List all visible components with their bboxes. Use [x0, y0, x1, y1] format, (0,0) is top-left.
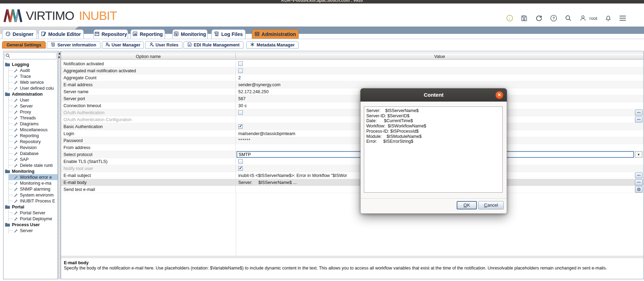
table-row-login[interactable]: Loginmailsender@classicbpmteam	[61, 130, 643, 137]
tree-item-system-environm[interactable]: System environm	[9, 192, 58, 198]
ellipsis-button[interactable]: ...	[635, 110, 643, 116]
tab-log-files[interactable]: Log Files	[211, 29, 246, 39]
save-icon[interactable]	[521, 14, 528, 22]
tree-folder-portal[interactable]: Portal	[5, 204, 58, 210]
brand-inubit: INUBIT	[79, 9, 117, 23]
tree-item-web-service[interactable]: Web service	[9, 79, 58, 85]
option-name: Aggregated mail notification activated	[61, 67, 236, 74]
tab-reporting[interactable]: Reporting	[130, 29, 165, 39]
tree-item-reporting[interactable]: Reporting	[9, 133, 58, 139]
column-header-value[interactable]: Value	[236, 53, 643, 59]
option-name: From address	[61, 144, 236, 151]
table-row-server-port[interactable]: Server port587	[61, 95, 643, 102]
user-icon[interactable]	[579, 14, 587, 22]
table-row-e-mail-subject[interactable]: E-mail subjectinubit-IS <$ISServerName$>…	[61, 172, 643, 179]
description-splitter[interactable]	[61, 256, 643, 258]
user-roles-icon	[149, 42, 154, 48]
tree-item-snmp-alarming[interactable]: SNMP alarming	[9, 186, 58, 192]
checked-checkbox[interactable]: ✓	[238, 124, 243, 129]
unchecked-checkbox[interactable]	[238, 68, 243, 73]
tree-item-user[interactable]: User	[9, 97, 58, 103]
subtab-user-manager[interactable]: User Manager	[102, 41, 144, 49]
subtab-user-roles[interactable]: User Roles	[145, 41, 182, 49]
tree-item-database[interactable]: Database	[9, 150, 58, 156]
tree-item-sap[interactable]: SAP	[9, 156, 58, 162]
cancel-button[interactable]: Cancel	[478, 201, 504, 209]
tree-item-revision[interactable]: Revision	[9, 145, 58, 150]
table-row-notify-root-user[interactable]: Notify root user✓	[61, 165, 643, 172]
table-row-basic-authentication[interactable]: Basic Authentication✓	[61, 123, 643, 130]
ellipsis-button[interactable]: ...	[635, 172, 643, 178]
subtab-metadata-manager[interactable]: Metadata Manager	[246, 41, 299, 49]
table-row-aggregate-count[interactable]: Aggregate Count2	[61, 74, 643, 81]
tree-item-monitoring-e-ma[interactable]: Monitoring e-ma	[9, 180, 58, 186]
ok-button[interactable]: OK	[457, 201, 477, 209]
checked-checkbox[interactable]: ✓	[238, 166, 243, 171]
table-row-from-address[interactable]: From address	[61, 144, 643, 151]
unchecked-checkbox[interactable]	[238, 159, 243, 164]
table-row-send-test-e-mail[interactable]: Send test e-mail⚙	[61, 186, 643, 193]
tree-folder-monitoring[interactable]: Monitoring	[5, 168, 58, 174]
table-row-oauth-authentication-configuration[interactable]: OAuth Authentication Configuration...	[61, 116, 643, 123]
subtab-server-information[interactable]: Server information	[47, 41, 100, 49]
unchecked-checkbox[interactable]	[238, 110, 243, 115]
table-row-enable-tls-starttls[interactable]: Enable TLS (StartTLS)	[61, 158, 643, 165]
ellipsis-button[interactable]: ...	[635, 179, 643, 185]
sidebar-splitter[interactable]	[58, 51, 61, 279]
tree-item-inubit-process-e[interactable]: INUBIT Process E	[9, 198, 58, 204]
ellipsis-button[interactable]: ...	[635, 117, 643, 123]
column-header-option[interactable]: Option name	[61, 53, 236, 59]
tree-item-portal-server[interactable]: Portal Server	[9, 210, 58, 216]
tree-item-workflow-error-e[interactable]: Workflow error e	[9, 174, 58, 180]
tree-item-miscellaneous[interactable]: Miscellaneous	[9, 127, 58, 133]
sidebar-search-input[interactable]	[5, 52, 57, 59]
subtab-general-settings[interactable]: General Settings	[2, 41, 46, 49]
table-row-password[interactable]: Password******	[61, 137, 643, 144]
tree-item-user-defined-colu[interactable]: User defined colu	[9, 85, 58, 91]
user-name-label[interactable]: root	[590, 16, 597, 21]
tree-item-portal-deployme[interactable]: Portal Deployme	[9, 216, 58, 222]
info-icon[interactable]: i	[506, 14, 514, 22]
table-row-server-name[interactable]: Server name52.172.248.250	[61, 88, 643, 95]
tree-folder-logging[interactable]: Logging	[5, 61, 58, 67]
subtab-edi-rule-management[interactable]: EDI Rule Management	[184, 41, 244, 49]
tree-item-proxy[interactable]: Proxy	[9, 109, 58, 115]
wrench-icon	[14, 175, 18, 179]
tree-item-delete-stale-runti[interactable]: Delete stale runti	[9, 162, 58, 168]
tab-module-editor[interactable]: Module Editor	[38, 29, 84, 39]
help-icon[interactable]: ?	[550, 14, 557, 22]
table-row-oauth-authentication[interactable]: OAuth Authentication...	[61, 109, 643, 116]
send-test-email-gear-button[interactable]: ⚙	[635, 186, 643, 193]
brand-virtimo: VIRTIMO	[26, 9, 74, 23]
refresh-icon[interactable]	[535, 14, 543, 22]
content-textarea[interactable]: Server: $ISServerName$Server-ID: $Server…	[364, 106, 503, 193]
search-icon[interactable]	[564, 14, 572, 22]
table-row-connection-timeout[interactable]: Connection timeout30 s	[61, 102, 643, 109]
tree-item-audit[interactable]: Audit	[9, 67, 58, 73]
tree-folder-process-user[interactable]: Process User	[5, 222, 58, 228]
tree-item-trace[interactable]: Trace	[9, 73, 58, 79]
tab-repository[interactable]: Repository	[93, 29, 128, 39]
notifications-icon[interactable]	[604, 14, 612, 22]
table-row-e-mail-body[interactable]: E-mail bodyServer: $ISServerName$ ......	[61, 179, 643, 186]
dialog-title[interactable]: Content	[360, 88, 507, 102]
tree-item-repository[interactable]: Repository	[9, 139, 58, 145]
table-row-aggregated-mail-notification-activated[interactable]: Aggregated mail notification activated	[61, 67, 643, 74]
tab-designer[interactable]: Designer	[2, 29, 37, 39]
close-icon[interactable]: ✕	[495, 91, 503, 99]
unchecked-checkbox[interactable]	[238, 61, 243, 66]
tree-item-diagrams[interactable]: Diagrams	[9, 121, 58, 127]
tree-item-server[interactable]: Server	[9, 228, 58, 234]
collapse-left-icon[interactable]	[59, 52, 60, 55]
chevron-down-icon[interactable]: ▼	[635, 151, 642, 157]
tab-monitoring[interactable]: Monitoring	[172, 29, 208, 39]
table-row-notification-activated[interactable]: Notification activated	[61, 60, 643, 67]
tree-item-threads[interactable]: Threads	[9, 115, 58, 121]
table-row-select-protocol[interactable]: Select protocol▼	[61, 151, 643, 158]
menu-icon[interactable]	[619, 14, 627, 22]
tree-folder-administration[interactable]: Administration	[5, 91, 58, 97]
table-row-e-mail-address[interactable]: E-mail addresssender@synergy.com	[61, 81, 643, 88]
tree-item-server[interactable]: Server	[9, 103, 58, 109]
expand-right-icon[interactable]	[59, 56, 60, 59]
tab-administration[interactable]: Administration	[252, 29, 299, 39]
